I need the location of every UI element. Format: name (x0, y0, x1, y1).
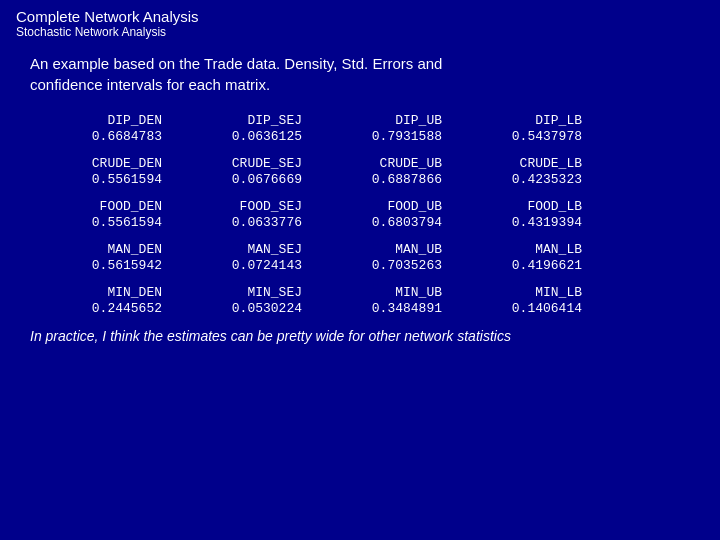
row-headers-2: FOOD_DENFOOD_SEJFOOD_UBFOOD_LB (30, 199, 690, 214)
data-row-1: CRUDE_DENCRUDE_SEJCRUDE_UBCRUDE_LB0.5561… (30, 156, 690, 187)
header-col-1-3: CRUDE_LB (450, 156, 590, 171)
value-col-2-1: 0.0633776 (170, 215, 310, 230)
value-col-2-0: 0.5561594 (30, 215, 170, 230)
header-col-0-0: DIP_DEN (30, 113, 170, 128)
value-col-1-1: 0.0676669 (170, 172, 310, 187)
row-headers-4: MIN_DENMIN_SEJMIN_UBMIN_LB (30, 285, 690, 300)
intro-paragraph: An example based on the Trade data. Dens… (30, 53, 690, 95)
value-col-2-3: 0.4319394 (450, 215, 590, 230)
header-col-0-2: DIP_UB (310, 113, 450, 128)
value-col-4-0: 0.2445652 (30, 301, 170, 316)
header-col-3-1: MAN_SEJ (170, 242, 310, 257)
sub-title: Stochastic Network Analysis (16, 25, 704, 39)
value-col-3-3: 0.4196621 (450, 258, 590, 273)
value-col-0-1: 0.0636125 (170, 129, 310, 144)
row-values-1: 0.55615940.06766690.68878660.4235323 (30, 172, 690, 187)
data-row-2: FOOD_DENFOOD_SEJFOOD_UBFOOD_LB0.55615940… (30, 199, 690, 230)
row-headers-1: CRUDE_DENCRUDE_SEJCRUDE_UBCRUDE_LB (30, 156, 690, 171)
header-col-4-2: MIN_UB (310, 285, 450, 300)
header-col-3-0: MAN_DEN (30, 242, 170, 257)
data-row-0: DIP_DENDIP_SEJDIP_UBDIP_LB0.66847830.063… (30, 113, 690, 144)
header-col-3-2: MAN_UB (310, 242, 450, 257)
data-row-4: MIN_DENMIN_SEJMIN_UBMIN_LB0.24456520.053… (30, 285, 690, 316)
value-col-3-2: 0.7035263 (310, 258, 450, 273)
value-col-2-2: 0.6803794 (310, 215, 450, 230)
value-col-4-3: 0.1406414 (450, 301, 590, 316)
header-col-2-3: FOOD_LB (450, 199, 590, 214)
header-col-4-3: MIN_LB (450, 285, 590, 300)
value-col-4-2: 0.3484891 (310, 301, 450, 316)
header-col-2-1: FOOD_SEJ (170, 199, 310, 214)
value-col-0-3: 0.5437978 (450, 129, 590, 144)
header-col-1-1: CRUDE_SEJ (170, 156, 310, 171)
value-col-3-1: 0.0724143 (170, 258, 310, 273)
header-col-4-0: MIN_DEN (30, 285, 170, 300)
intro-line1: An example based on the Trade data. Dens… (30, 55, 442, 72)
header-col-2-2: FOOD_UB (310, 199, 450, 214)
header-col-1-0: CRUDE_DEN (30, 156, 170, 171)
row-values-4: 0.24456520.05302240.34848910.1406414 (30, 301, 690, 316)
row-headers-3: MAN_DENMAN_SEJMAN_UBMAN_LB (30, 242, 690, 257)
header-col-0-3: DIP_LB (450, 113, 590, 128)
value-col-1-3: 0.4235323 (450, 172, 590, 187)
row-values-2: 0.55615940.06337760.68037940.4319394 (30, 215, 690, 230)
row-values-3: 0.56159420.07241430.70352630.4196621 (30, 258, 690, 273)
header-col-4-1: MIN_SEJ (170, 285, 310, 300)
header-col-3-3: MAN_LB (450, 242, 590, 257)
value-col-1-2: 0.6887866 (310, 172, 450, 187)
header-col-0-1: DIP_SEJ (170, 113, 310, 128)
header-col-2-0: FOOD_DEN (30, 199, 170, 214)
main-title: Complete Network Analysis (16, 8, 704, 25)
footer-text: In practice, I think the estimates can b… (30, 328, 690, 344)
row-headers-0: DIP_DENDIP_SEJDIP_UBDIP_LB (30, 113, 690, 128)
value-col-3-0: 0.5615942 (30, 258, 170, 273)
row-values-0: 0.66847830.06361250.79315880.5437978 (30, 129, 690, 144)
header-col-1-2: CRUDE_UB (310, 156, 450, 171)
header-area: Complete Network Analysis Stochastic Net… (0, 0, 720, 43)
value-col-0-2: 0.7931588 (310, 129, 450, 144)
value-col-1-0: 0.5561594 (30, 172, 170, 187)
intro-line2: confidence intervals for each matrix. (30, 76, 270, 93)
data-table: DIP_DENDIP_SEJDIP_UBDIP_LB0.66847830.063… (30, 113, 690, 316)
data-row-3: MAN_DENMAN_SEJMAN_UBMAN_LB0.56159420.072… (30, 242, 690, 273)
main-content: An example based on the Trade data. Dens… (0, 43, 720, 354)
value-col-0-0: 0.6684783 (30, 129, 170, 144)
value-col-4-1: 0.0530224 (170, 301, 310, 316)
